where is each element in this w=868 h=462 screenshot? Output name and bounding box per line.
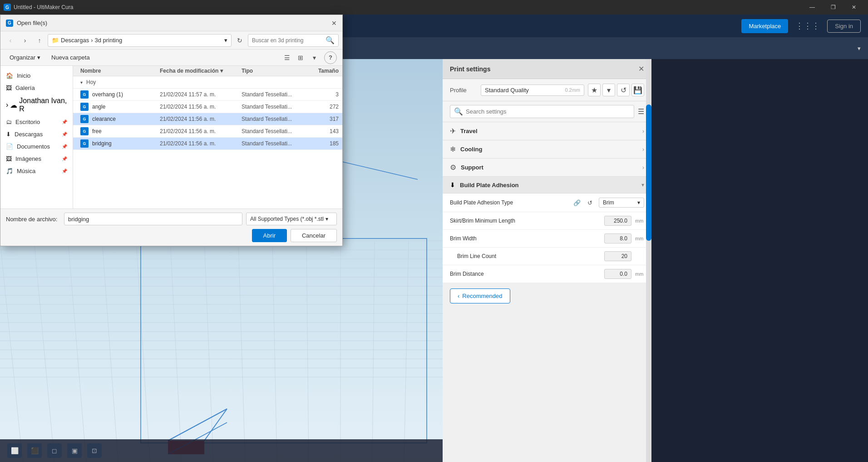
adhesion-reset-icon[interactable]: ↺ — [584, 197, 595, 208]
brim-line-count-value[interactable]: 20 — [604, 251, 631, 261]
file-size-clearance: 317 — [306, 116, 342, 122]
profile-save-button[interactable]: 💾 — [631, 84, 644, 96]
recommended-button[interactable]: ‹ Recommended — [450, 288, 510, 303]
adhesion-type-value: Brim — [603, 199, 614, 206]
tool-cube3[interactable]: ◻ — [47, 443, 62, 458]
profile-star-button[interactable]: ★ — [588, 84, 601, 96]
window-controls[interactable]: — ❐ ✕ — [802, 0, 864, 15]
cooling-section: ❄ Cooling › — [443, 140, 651, 159]
skirt-brim-label: Skirt/Brim Minimum Length — [450, 218, 601, 224]
sidebar-cloud-group[interactable]: › ☁ Jonathan Ivan, R — [0, 94, 73, 116]
adhesion-type-label: Build Plate Adhesion Type — [450, 199, 568, 206]
skirt-brim-value[interactable]: 250.0 — [604, 216, 631, 226]
tool-cube[interactable]: ⬜ — [7, 443, 22, 458]
expand-chevron-icon: ▾ — [858, 45, 861, 52]
musica-pin-icon[interactable]: 📌 — [62, 169, 67, 174]
sidebar-item-imagenes[interactable]: 🖼 Imágenes 📌 — [0, 153, 73, 165]
imagenes-label: Imágenes — [15, 155, 41, 162]
tool-cube5[interactable]: ⊡ — [87, 443, 102, 458]
recommended-chevron-icon: ‹ — [458, 293, 459, 299]
settings-menu-icon[interactable]: ☰ — [638, 107, 644, 116]
scrollbar-track — [646, 59, 651, 462]
sidebar-item-galeria[interactable]: 🖼 Galería — [0, 82, 73, 94]
dialog-close-button[interactable]: ✕ — [331, 20, 337, 27]
travel-icon: ✈ — [450, 127, 456, 135]
adhesion-type-select[interactable]: Brim ▾ — [599, 198, 644, 208]
sidebar-item-inicio[interactable]: 🏠 Inicio — [0, 70, 73, 82]
search-input[interactable] — [466, 108, 630, 115]
cooling-section-header[interactable]: ❄ Cooling › — [443, 140, 651, 158]
brim-width-value[interactable]: 8.0 — [604, 233, 631, 243]
group-hoy-chevron-icon[interactable]: ▾ — [80, 80, 83, 85]
print-settings-close-button[interactable]: ✕ — [638, 65, 644, 73]
dialog-back-button[interactable]: ‹ — [4, 34, 17, 47]
travel-section-header[interactable]: ✈ Travel › — [443, 122, 651, 140]
profile-dropdown-button[interactable]: ▾ — [602, 84, 615, 96]
filter-select[interactable]: All Supported Types (*.obj *.stl ▾ — [246, 213, 337, 225]
col-size-header[interactable]: Tamaño — [306, 68, 342, 74]
sidebar-item-musica[interactable]: 🎵 Música 📌 — [0, 165, 73, 177]
minimize-button[interactable]: — — [802, 0, 823, 15]
maximize-button[interactable]: ❐ — [823, 0, 843, 15]
file-row-angle[interactable]: G angle 21/02/2024 11:56 a. m. Standard … — [73, 101, 342, 113]
travel-section: ✈ Travel › — [443, 122, 651, 140]
profile-label: Profile — [450, 87, 477, 94]
details-view-button[interactable]: ⊞ — [294, 51, 307, 64]
col-date-header[interactable]: Fecha de modificación ▾ — [156, 68, 238, 74]
help-button[interactable]: ? — [324, 51, 337, 64]
grid-icon[interactable]: ⋮⋮⋮ — [795, 21, 820, 31]
adhesion-type-chevron-icon: ▾ — [637, 199, 640, 206]
path-dropdown-icon[interactable]: ▾ — [224, 37, 227, 44]
descargas-pin-icon[interactable]: 📌 — [62, 132, 67, 137]
build-plate-header[interactable]: ⬇ Build Plate Adhesion ▾ — [443, 177, 651, 194]
cloud-icon: ☁ — [10, 101, 17, 109]
sidebar-item-documentos[interactable]: 📄 Documentos 📌 — [0, 140, 73, 153]
col-name-header[interactable]: Nombre — [73, 68, 156, 74]
profile-reset-button[interactable]: ↺ — [617, 84, 630, 96]
file-size-angle: 272 — [306, 104, 342, 110]
open-button[interactable]: Abrir — [252, 229, 287, 242]
app-icon: G — [4, 4, 11, 11]
dialog-path[interactable]: 📁 Descargas › 3d printing ▾ — [48, 34, 232, 47]
cancel-button[interactable]: Cancelar — [291, 229, 337, 242]
brim-distance-value[interactable]: 0.0 — [604, 269, 631, 279]
file-name-overhang: G overhang (1) — [73, 90, 156, 99]
file-date-angle: 21/02/2024 11:56 a. m. — [156, 104, 238, 110]
filename-input[interactable] — [64, 213, 242, 225]
title-bar: G Untitled - UltiMaker Cura — ❐ ✕ — [0, 0, 868, 15]
sidebar-item-escritorio[interactable]: 🗂 Escritorio 📌 — [0, 116, 73, 128]
file-name-label-overhang: overhang (1) — [92, 91, 123, 98]
escritorio-pin-icon[interactable]: 📌 — [62, 119, 67, 124]
view-dropdown-button[interactable]: ▾ — [308, 51, 321, 64]
documentos-pin-icon[interactable]: 📌 — [62, 144, 67, 149]
file-row-overhang[interactable]: G overhang (1) 21/02/2024 11:57 a. m. St… — [73, 89, 342, 101]
cooling-section-left: ❄ Cooling — [450, 145, 482, 154]
imagenes-pin-icon[interactable]: 📌 — [62, 156, 67, 161]
settings-expand[interactable]: ▾ — [858, 45, 861, 52]
dialog-up-button[interactable]: ↑ — [33, 34, 46, 47]
tool-cube2[interactable]: ⬛ — [27, 443, 42, 458]
app-container: PREPARE VIEW MONITOR Marketplace ⋮⋮⋮ Sig… — [0, 15, 868, 462]
col-type-header[interactable]: Tipo — [238, 68, 306, 74]
organize-button[interactable]: Organizar ▾ — [6, 52, 44, 63]
adhesion-link-icon[interactable]: 🔗 — [572, 197, 582, 208]
signin-button[interactable]: Sign in — [827, 20, 861, 33]
dialog-search-input[interactable] — [252, 37, 324, 44]
file-row-free[interactable]: G free 21/02/2024 11:56 a. m. Standard T… — [73, 125, 342, 138]
support-chevron-icon: › — [642, 164, 644, 171]
file-name-label-free: free — [92, 128, 102, 134]
dialog-refresh-button[interactable]: ↻ — [233, 34, 246, 47]
marketplace-button[interactable]: Marketplace — [741, 19, 788, 33]
dialog-forward-button[interactable]: › — [19, 34, 31, 47]
file-row-bridging[interactable]: G bridging 21/02/2024 11:56 a. m. Standa… — [73, 138, 342, 150]
file-row-clearance[interactable]: G clearance 21/02/2024 11:56 a. m. Stand… — [73, 113, 342, 125]
scrollbar-thumb[interactable] — [646, 104, 651, 241]
new-folder-button[interactable]: Nueva carpeta — [48, 52, 94, 63]
view-buttons: ☰ ⊞ ▾ — [281, 51, 321, 64]
profile-select[interactable]: Standard Quality 0.2mm — [481, 84, 584, 96]
sidebar-item-descargas[interactable]: ⬇ Descargas 📌 — [0, 128, 73, 140]
support-section-header[interactable]: ⚙ Support › — [443, 159, 651, 176]
tool-cube4[interactable]: ▣ — [67, 443, 82, 458]
list-view-button[interactable]: ☰ — [281, 51, 293, 64]
close-button[interactable]: ✕ — [843, 0, 864, 15]
